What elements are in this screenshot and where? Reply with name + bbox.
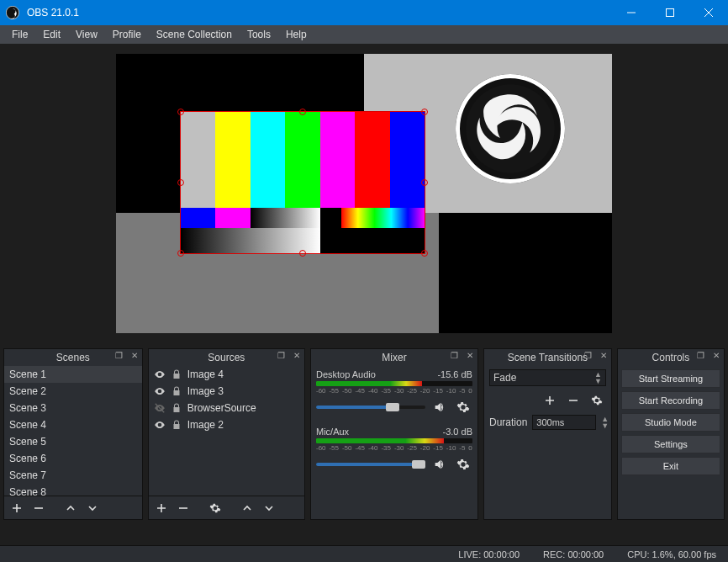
svg-rect-2 [667,9,674,17]
mixer-header: Mixer ❐✕ [311,349,477,366]
selection-handle[interactable] [177,109,184,115]
scene-item[interactable]: Scene 7 [4,467,142,484]
panel-popout-icon[interactable]: ❐ [695,351,707,360]
menu-tools[interactable]: Tools [240,27,277,42]
scene-item[interactable]: Scene 2 [4,383,142,400]
source-name: Image 3 [187,385,224,397]
preview-layer-obs-logo [456,74,565,183]
mixer-channel: Mic/Aux-3.0 dB-60-55-50-45-40-35-30-25-2… [311,423,477,480]
scenes-header: Scenes ❐✕ [4,349,142,366]
transitions-title: Scene Transitions [508,352,588,363]
window-title: OBS 21.0.1 [25,7,612,19]
panel-close-icon[interactable]: ✕ [710,351,722,360]
source-move-down-button[interactable] [260,499,278,517]
menu-file[interactable]: File [5,27,34,42]
visibility-toggle-icon[interactable] [154,368,166,380]
transition-remove-button[interactable] [564,391,583,410]
selection-handle[interactable] [299,109,306,115]
mixer-meter [316,438,472,443]
menu-view[interactable]: View [69,27,104,42]
sources-list[interactable]: Image 4Image 3BrowserSourceImage 2 [149,366,304,496]
mixer-body: Desktop Audio-15.6 dB-60-55-50-45-40-35-… [311,366,477,519]
selection-handle[interactable] [177,179,184,186]
scene-item[interactable]: Scene 6 [4,450,142,467]
scenes-footer [4,496,142,519]
source-add-button[interactable] [152,499,171,517]
start-streaming-button[interactable]: Start Streaming [621,369,720,388]
mixer-settings-button[interactable] [454,398,472,416]
scene-item[interactable]: Scene 3 [4,400,142,416]
panel-popout-icon[interactable]: ❐ [113,351,125,360]
transition-properties-button[interactable] [588,391,606,410]
studio-mode-button[interactable]: Studio Mode [621,413,720,432]
source-name: Image 2 [187,419,224,431]
preview-canvas[interactable] [116,54,612,333]
sources-header: Sources ❐✕ [149,349,304,366]
selection-handle[interactable] [421,179,428,186]
preview-layer-colorbars-selected[interactable] [181,112,425,253]
source-item[interactable]: BrowserSource [149,400,304,416]
scene-remove-button[interactable] [29,499,48,517]
source-item[interactable]: Image 2 [149,416,304,433]
scene-item[interactable]: Scene 4 [4,416,142,433]
source-remove-button[interactable] [174,499,193,517]
source-move-up-button[interactable] [238,499,256,517]
mixer-fader[interactable] [316,406,425,409]
transition-duration-label: Duration [489,416,527,428]
lock-icon[interactable] [171,419,182,431]
svg-point-0 [6,6,18,19]
colorbars-top-row [181,112,425,208]
panel-close-icon[interactable]: ✕ [464,351,476,360]
lock-icon[interactable] [171,385,182,397]
source-item[interactable]: Image 4 [149,366,304,383]
scene-move-up-button[interactable] [61,499,80,517]
panel-close-icon[interactable]: ✕ [598,351,609,360]
preview-area [0,44,728,343]
scene-item[interactable]: Scene 1 [4,366,142,383]
status-rec: REC: 00:00:00 [543,549,604,559]
lock-icon[interactable] [171,368,182,380]
mixer-channel-db: -15.6 dB [437,369,472,379]
mixer-fader[interactable] [316,463,425,466]
source-item[interactable]: Image 3 [149,383,304,400]
window-close-button[interactable] [689,0,728,25]
scene-move-down-button[interactable] [83,499,102,517]
source-properties-button[interactable] [206,499,224,517]
scenes-title: Scenes [56,352,90,363]
menu-scene-collection[interactable]: Scene Collection [150,27,239,42]
start-recording-button[interactable]: Start Recording [621,391,720,410]
scenes-list[interactable]: Scene 1Scene 2Scene 3Scene 4Scene 5Scene… [4,366,142,496]
scene-add-button[interactable] [8,499,26,517]
panel-popout-icon[interactable]: ❐ [449,351,461,360]
panel-popout-icon[interactable]: ❐ [583,351,594,360]
transition-add-button[interactable] [541,391,559,410]
visibility-toggle-icon[interactable] [154,402,166,414]
transition-select[interactable]: Fade ▲▼ [489,369,606,386]
menu-edit[interactable]: Edit [36,27,67,42]
lock-icon[interactable] [171,402,182,414]
mixer-mute-button[interactable] [430,398,449,416]
menu-help[interactable]: Help [279,27,314,42]
panel-close-icon[interactable]: ✕ [291,351,303,360]
spinner-icon[interactable]: ▲▼ [601,416,609,429]
mixer-mute-button[interactable] [430,455,449,474]
menu-profile[interactable]: Profile [106,27,148,42]
scene-item[interactable]: Scene 5 [4,433,142,450]
window-minimize-button[interactable] [612,0,651,25]
exit-button[interactable]: Exit [621,457,720,475]
selection-handle[interactable] [421,250,428,257]
transition-duration-input[interactable] [532,415,596,430]
menubar: File Edit View Profile Scene Collection … [0,25,728,44]
scene-item[interactable]: Scene 8 [4,484,142,496]
panel-popout-icon[interactable]: ❐ [276,351,288,360]
selection-handle[interactable] [177,250,184,257]
mixer-ticks: -60-55-50-45-40-35-30-25-20-15-10-50 [316,444,472,452]
selection-handle[interactable] [299,250,306,257]
window-maximize-button[interactable] [651,0,689,25]
selection-handle[interactable] [421,109,428,115]
panel-close-icon[interactable]: ✕ [129,351,140,360]
visibility-toggle-icon[interactable] [154,385,166,397]
mixer-settings-button[interactable] [454,455,472,474]
visibility-toggle-icon[interactable] [154,419,166,431]
settings-button[interactable]: Settings [621,435,720,453]
